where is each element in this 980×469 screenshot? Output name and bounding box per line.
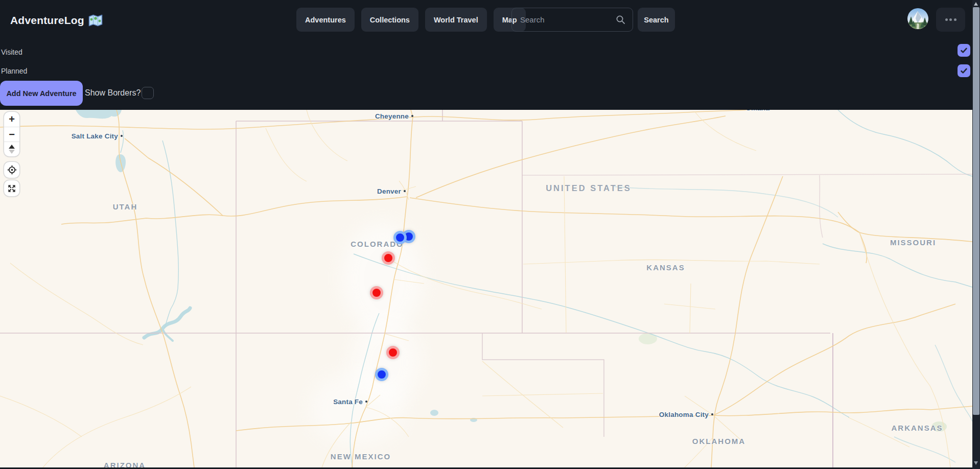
nav-collections[interactable]: Collections — [361, 8, 418, 32]
city-dot — [365, 401, 367, 403]
visited-checkbox[interactable] — [958, 44, 970, 57]
city-label: Salt Lake City — [72, 132, 118, 140]
show-borders-label: Show Borders? — [85, 88, 141, 98]
adventure-marker-planned[interactable] — [375, 368, 388, 381]
city-dot — [404, 190, 406, 192]
adventure-marker-planned[interactable] — [393, 231, 407, 244]
app-logo[interactable]: AdventureLog — [10, 14, 103, 27]
adventure-marker-visited[interactable] — [386, 346, 400, 359]
city-label: Cheyenne — [375, 112, 409, 120]
show-borders-checkbox[interactable] — [142, 87, 154, 99]
add-new-adventure-button[interactable]: Add New Adventure — [0, 81, 83, 106]
ellipsis-icon — [945, 18, 948, 21]
geolocate-target-icon — [7, 165, 17, 175]
state-label-utah: UTAH — [113, 202, 138, 211]
state-label-new-mexico: NEW MEXICO — [331, 452, 391, 461]
nav-world-travel[interactable]: World Travel — [425, 8, 487, 32]
map-canvas[interactable]: UNITED STATESUTAHCOLORADOKANSASMISSOURIO… — [0, 110, 972, 467]
city-dot — [711, 413, 713, 415]
state-label-arizona: ARIZONA — [104, 461, 146, 468]
country-label-united-states: UNITED STATES — [546, 183, 632, 193]
compass-button[interactable] — [4, 142, 19, 156]
magnifier-icon — [616, 15, 625, 25]
state-label-oklahoma: OKLAHOMA — [692, 437, 745, 445]
nav-items: AdventuresCollectionsWorld TravelMap — [296, 8, 526, 32]
search-button[interactable]: Search — [638, 8, 675, 32]
world-map-emoji-icon — [88, 14, 103, 27]
check-icon — [960, 46, 968, 55]
fullscreen-button[interactable] — [4, 180, 19, 196]
visited-filter-label: Visited — [1, 48, 22, 56]
user-avatar[interactable] — [907, 8, 928, 29]
nav-adventures[interactable]: Adventures — [296, 8, 355, 32]
adventure-marker-visited[interactable] — [382, 251, 395, 265]
check-icon — [960, 66, 968, 75]
scroll-down-arrow-icon[interactable] — [974, 461, 978, 465]
scroll-up-arrow-icon[interactable] — [974, 2, 978, 6]
map-base-art — [0, 110, 972, 467]
city-label: Omaha — [745, 110, 769, 112]
avatar-mountain-image — [907, 8, 928, 29]
overflow-menu-button[interactable] — [936, 8, 965, 32]
city-dot — [411, 115, 413, 117]
scrollbar-thumb[interactable] — [973, 7, 979, 415]
page-scrollbar[interactable] — [972, 0, 980, 469]
map-zoom-controls: + − — [4, 112, 19, 156]
app-title: AdventureLog — [10, 14, 84, 27]
zoom-in-button[interactable]: + — [4, 112, 19, 127]
top-panel: AdventureLog AdventuresCollectionsWorld … — [0, 0, 972, 110]
adventure-marker-visited[interactable] — [370, 286, 383, 299]
state-label-kansas: KANSAS — [646, 263, 685, 272]
fullscreen-expand-icon — [7, 183, 17, 194]
city-label: Santa Fe — [333, 398, 363, 406]
state-label-arkansas: ARKANSAS — [891, 424, 943, 432]
city-label: Denver — [377, 187, 401, 195]
city-label: Oklahoma City — [659, 411, 709, 418]
compass-down-icon — [9, 150, 15, 154]
zoom-out-button[interactable]: − — [4, 127, 19, 142]
planned-checkbox[interactable] — [958, 64, 970, 77]
search-input[interactable] — [511, 8, 633, 32]
planned-filter-label: Planned — [1, 67, 27, 75]
compass-up-icon — [9, 145, 15, 149]
geolocate-button[interactable] — [4, 162, 19, 178]
city-dot — [121, 135, 123, 137]
state-label-missouri: MISSOURI — [890, 238, 936, 247]
